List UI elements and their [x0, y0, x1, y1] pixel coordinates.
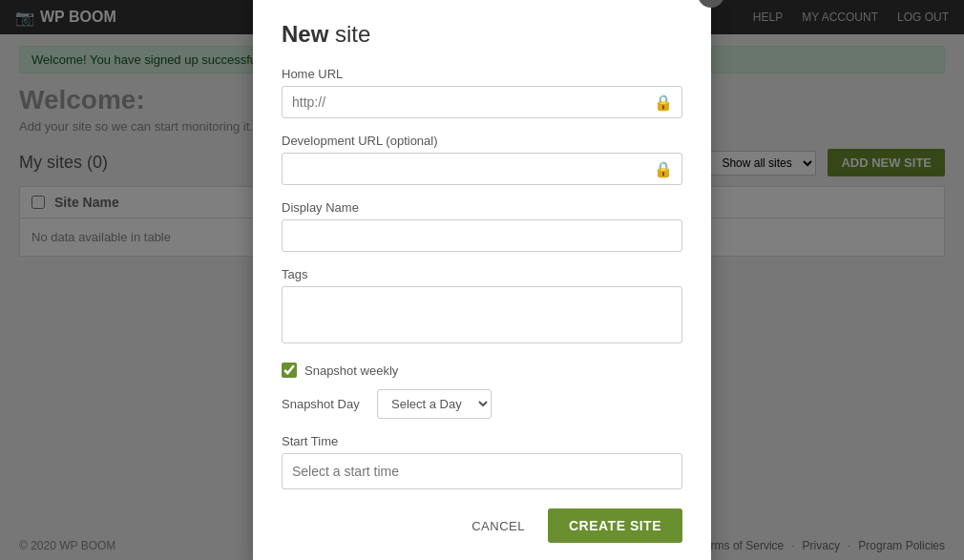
snapshot-weekly-label: Snapshot weekly [304, 363, 398, 378]
create-site-button[interactable]: CREATE SITE [548, 508, 682, 543]
dev-url-input[interactable] [282, 153, 682, 185]
tags-input[interactable] [282, 286, 682, 343]
start-time-input[interactable] [282, 453, 682, 489]
display-name-input[interactable] [282, 219, 682, 252]
display-name-group: Display Name [282, 200, 682, 252]
cancel-button[interactable]: CANCEL [460, 511, 536, 541]
start-time-group: Start Time [282, 434, 682, 489]
dev-url-input-wrapper: 🔒 [282, 153, 682, 185]
tags-group: Tags [282, 267, 682, 347]
dev-url-label: Development URL (optional) [282, 134, 682, 148]
dev-lock-icon: 🔒 [654, 160, 673, 178]
start-time-label: Start Time [282, 434, 682, 448]
modal-title: New site [282, 21, 682, 48]
snapshot-day-select[interactable]: Select a Day Monday Tuesday Wednesday Th… [377, 389, 492, 419]
new-site-modal: × New site Home URL 🔒 Development URL (o… [253, 0, 711, 560]
home-url-group: Home URL 🔒 [282, 67, 682, 118]
modal-title-rest: site [328, 21, 370, 47]
snapshot-day-row: Snapshot Day Select a Day Monday Tuesday… [282, 389, 682, 419]
snapshot-weekly-row: Snapshot weekly [282, 363, 682, 378]
snapshot-day-label: Snapshot Day [282, 397, 367, 411]
home-url-label: Home URL [282, 67, 682, 81]
snapshot-weekly-checkbox[interactable] [282, 363, 297, 378]
tags-label: Tags [282, 267, 682, 281]
close-button[interactable]: × [698, 0, 724, 8]
display-name-label: Display Name [282, 200, 682, 215]
lock-icon: 🔒 [654, 93, 673, 112]
modal-footer: CANCEL CREATE SITE [282, 508, 682, 543]
modal-overlay: × New site Home URL 🔒 Development URL (o… [0, 0, 964, 560]
home-url-input-wrapper: 🔒 [282, 86, 682, 118]
home-url-input[interactable] [282, 86, 682, 118]
modal-title-bold: New [282, 21, 328, 47]
dev-url-group: Development URL (optional) 🔒 [282, 134, 682, 185]
